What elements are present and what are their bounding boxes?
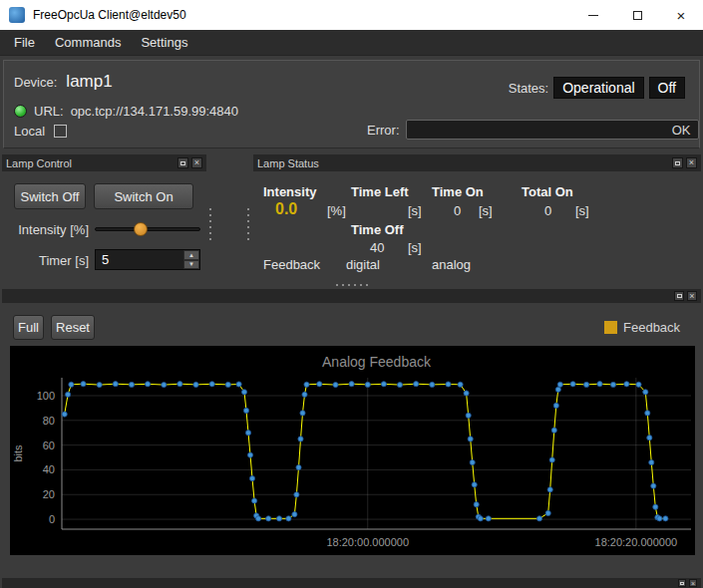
bottom-dock-titlebar[interactable]: × (2, 578, 701, 588)
status-total-on-unit: [s] (575, 203, 589, 218)
states-label: States: (509, 81, 548, 96)
close-button[interactable]: × (659, 0, 703, 30)
legend-feedback-swatch (604, 321, 617, 334)
status-header-time-off: Time Off (351, 222, 404, 237)
device-name: lamp1 (66, 72, 112, 92)
bottom-dock-float-button[interactable] (678, 579, 686, 587)
svg-text:20: 20 (43, 488, 55, 500)
legend-feedback-label: Feedback (623, 320, 680, 335)
timer-spinbox[interactable]: 5 ▲ ▼ (95, 249, 200, 270)
connection-led-icon (14, 105, 27, 118)
plot-dock-titlebar[interactable]: × (2, 289, 701, 303)
error-status-bar: OK (406, 120, 699, 140)
svg-text:bits: bits (12, 444, 24, 462)
float-icon (677, 294, 682, 298)
full-button[interactable]: Full (13, 315, 44, 340)
local-label: Local (14, 124, 45, 139)
device-label: Device: (14, 75, 57, 90)
switch-on-button[interactable]: Switch On (94, 183, 193, 209)
intensity-slider-handle[interactable] (134, 222, 148, 236)
feedback-chart[interactable]: 02040608010018:20:00.00000018:20:20.0000… (10, 346, 695, 555)
status-time-off-unit: [s] (408, 240, 422, 255)
url-value: opc.tcp://134.171.59.99:4840 (71, 104, 238, 119)
svg-text:40: 40 (43, 463, 55, 475)
error-status-value: OK (672, 123, 691, 138)
app-icon (9, 7, 25, 23)
close-icon: × (691, 580, 695, 587)
lamp-control-float-button[interactable] (177, 157, 188, 168)
intensity-slider[interactable] (95, 221, 200, 237)
svg-text:18:20:00.000000: 18:20:00.000000 (326, 536, 409, 548)
horizontal-splitter-handle[interactable] (334, 282, 370, 288)
status-header-total-on: Total On (522, 184, 573, 199)
feedback-analog-label: analog (432, 257, 471, 272)
vertical-splitter-handle[interactable] (207, 206, 213, 242)
window-title: FreeOpcUa Client@eltdev50 (33, 8, 571, 22)
state-item-operational[interactable]: Operational (553, 77, 643, 99)
feedback-digital-label: digital (346, 257, 380, 272)
state-item-off[interactable]: Off (649, 77, 685, 99)
intensity-slider-track[interactable] (95, 227, 200, 231)
window-titlebar[interactable]: FreeOpcUa Client@eltdev50 × (0, 0, 703, 30)
minimize-icon (588, 15, 598, 16)
lamp-control-titlebar[interactable]: Lamp Control × (2, 154, 206, 171)
maximize-icon (633, 11, 642, 20)
status-total-on-value: 0 (544, 203, 551, 218)
status-time-left-unit: [s] (408, 203, 422, 218)
svg-text:60: 60 (43, 440, 55, 451)
close-icon: × (677, 8, 686, 23)
svg-text:Analog Feedback: Analog Feedback (322, 354, 432, 370)
feedback-label: Feedback (263, 257, 320, 272)
float-icon (675, 161, 680, 165)
intensity-label: Intensity [%] (6, 222, 89, 237)
svg-text:100: 100 (37, 390, 55, 402)
lamp-control-title: Lamp Control (6, 157, 175, 169)
lamp-status-title: Lamp Status (257, 157, 669, 169)
timer-value[interactable]: 5 (96, 250, 183, 269)
minimize-button[interactable] (571, 0, 615, 30)
device-panel: Device: lamp1 States: Operational Off UR… (3, 60, 700, 148)
plot-dock-float-button[interactable] (674, 291, 684, 301)
close-icon: × (689, 158, 694, 167)
lamp-status-titlebar[interactable]: Lamp Status × (253, 154, 701, 171)
plot-dock-close-button[interactable]: × (687, 291, 697, 301)
maximize-button[interactable] (615, 0, 659, 30)
timer-spin-down-button[interactable]: ▼ (183, 260, 199, 270)
status-time-off-value: 40 (370, 240, 384, 255)
reset-button[interactable]: Reset (51, 315, 95, 340)
menu-commands[interactable]: Commands (45, 31, 131, 54)
float-icon (180, 161, 185, 165)
status-header-time-on: Time On (432, 184, 484, 199)
error-label: Error: (367, 123, 400, 138)
float-icon (680, 582, 684, 585)
svg-text:18:20:20.000000: 18:20:20.000000 (595, 536, 678, 548)
lamp-status-float-button[interactable] (672, 157, 683, 168)
url-label: URL: (34, 104, 64, 119)
switch-off-button[interactable]: Switch Off (14, 183, 86, 209)
lamp-status-close-button[interactable]: × (686, 157, 697, 168)
menu-settings[interactable]: Settings (131, 31, 197, 54)
menu-file[interactable]: File (4, 31, 45, 54)
bottom-dock-close-button[interactable]: × (689, 579, 697, 587)
close-icon: × (194, 158, 199, 167)
status-time-on-value: 0 (454, 203, 461, 218)
svg-text:0: 0 (49, 513, 55, 525)
status-intensity-value: 0.0 (275, 200, 297, 218)
close-icon: × (689, 292, 694, 301)
feedback-chart-svg[interactable]: 02040608010018:20:00.00000018:20:20.0000… (10, 346, 695, 555)
status-header-time-left: Time Left (351, 184, 409, 199)
status-header-intensity: Intensity (263, 184, 316, 199)
timer-label: Timer [s] (6, 253, 89, 268)
timer-spin-up-button[interactable]: ▲ (183, 250, 199, 260)
status-time-on-unit: [s] (479, 203, 493, 218)
svg-text:80: 80 (43, 415, 55, 427)
vertical-splitter-handle[interactable] (245, 206, 251, 242)
menubar: File Commands Settings (0, 30, 703, 56)
status-intensity-unit: [%] (327, 203, 346, 218)
lamp-control-close-button[interactable]: × (191, 157, 202, 168)
local-checkbox[interactable] (54, 125, 67, 138)
